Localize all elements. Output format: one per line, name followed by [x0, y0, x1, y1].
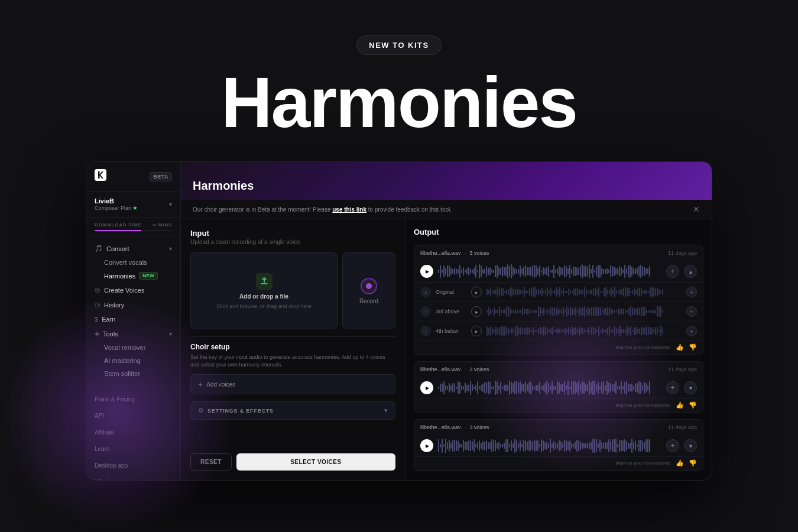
- output-time-2: 11 days ago: [668, 366, 697, 372]
- improve-thumbup-1[interactable]: 👍: [676, 343, 684, 351]
- output-item-3-header: lilbethe...ella.wav › 3 voices 11 days a…: [414, 420, 703, 435]
- improve-thumbup-2[interactable]: 👍: [676, 401, 684, 409]
- output-voices-1: 3 voices: [469, 250, 489, 256]
- improve-thumbdown-2[interactable]: 👎: [689, 401, 697, 409]
- upload-dropzone[interactable]: Add or drop a file Click and browse, or …: [190, 252, 338, 329]
- main-add-button-3[interactable]: +: [666, 439, 679, 452]
- output-filename-1: lilbethe...ella.wav: [420, 250, 461, 256]
- play-triangle-icon4: ▶: [426, 385, 429, 391]
- sidebar-bottom: Plans & Pricing API Affiliate Learn Desk…: [86, 385, 180, 480]
- sidebar-item-desktop-app[interactable]: Desktop app: [86, 456, 180, 473]
- collapse-button-3[interactable]: ▾: [684, 439, 697, 452]
- sidebar-item-api[interactable]: API: [86, 407, 180, 423]
- output-filename-2: lilbethe...ella.wav: [420, 366, 461, 372]
- output-panel: Output lilbethe...ella.wav › 3 voices 11…: [406, 219, 712, 480]
- tools-label: Tools: [103, 330, 118, 338]
- sidebar-item-ai-mastering[interactable]: AI mastering: [86, 354, 180, 367]
- sidebar-item-learn[interactable]: Learn: [86, 440, 180, 456]
- play-triangle-icon: ▶: [426, 269, 429, 274]
- sub-add-4th-below[interactable]: +: [686, 326, 697, 336]
- sidebar-nav: 🎵 Convert ▾ Convert vocals Harmonies NEW…: [86, 236, 180, 385]
- learn-label: Learn: [95, 446, 110, 452]
- ai-mastering-label: AI mastering: [104, 357, 141, 364]
- create-voices-label: Create Voices: [104, 287, 144, 294]
- sub-track-original: ♪ Original ▶ +: [414, 283, 703, 302]
- app-header: Harmonies: [181, 162, 712, 200]
- original-label: Original: [436, 289, 466, 295]
- output-time-1: 11 days ago: [668, 250, 697, 256]
- main-add-button-2[interactable]: +: [666, 381, 679, 394]
- affiliate-label: Affiliate: [95, 429, 114, 436]
- improve-row-3: Improve your conversions: 👍 👎: [414, 456, 703, 471]
- new-tag: NEW: [139, 272, 158, 280]
- user-plan: Composer Plan ★: [95, 205, 138, 211]
- output-item-1-header: lilbethe...ella.wav › 3 voices 11 days a…: [414, 245, 703, 261]
- sidebar-item-history[interactable]: ◷ History: [86, 297, 180, 312]
- input-panel-subtitle: Upload a clean recording of a single voi…: [190, 239, 395, 245]
- improve-row-1: Improve your conversions: 👍 👎: [414, 340, 703, 355]
- sub-play-original[interactable]: ▶: [471, 287, 482, 297]
- sub-play-3rd-above[interactable]: ▶: [471, 306, 482, 317]
- user-name: LivieB: [95, 197, 138, 205]
- sidebar-item-affiliate[interactable]: Affiliate: [86, 423, 180, 440]
- sub-tracks-1: ♪ Original ▶ + ↑ 3rd a: [414, 282, 703, 340]
- app-header-title: Harmonies: [193, 179, 254, 193]
- upload-main-text: Add or drop a file: [239, 293, 288, 300]
- improve-thumbdown-1[interactable]: 👎: [689, 343, 697, 351]
- output-main-track-2: ▶ + ▾: [414, 377, 703, 398]
- settings-effects-row[interactable]: ⚙ SETTINGS & EFFECTS ▾: [190, 401, 395, 420]
- record-button[interactable]: [361, 278, 377, 294]
- sub-add-3rd-above[interactable]: +: [686, 306, 697, 317]
- record-dot-icon: [366, 283, 372, 289]
- harmonies-label: Harmonies: [104, 273, 135, 280]
- sidebar-header: BETA: [86, 169, 180, 192]
- user-section[interactable]: LivieB Composer Plan ★ ▾: [86, 192, 180, 218]
- collapse-button-2[interactable]: ▾: [684, 381, 697, 394]
- sidebar-item-vocal-remover[interactable]: Vocal remover: [86, 341, 180, 354]
- hero-title: Harmonies: [221, 67, 577, 138]
- sidebar-item-plans[interactable]: Plans & Pricing: [86, 390, 180, 407]
- sidebar-item-whats-new[interactable]: What's new: [86, 473, 180, 480]
- output-voices-2: 3 voices: [469, 366, 489, 372]
- select-voices-button[interactable]: SELECT VOICES: [236, 453, 395, 471]
- convert-vocals-label: Convert vocals: [104, 259, 147, 266]
- output-dot-1: ›: [465, 251, 466, 256]
- beta-badge: BETA: [150, 172, 172, 181]
- main-play-button-2[interactable]: ▶: [420, 381, 433, 394]
- collapse-button-1[interactable]: ▴: [684, 265, 697, 278]
- main-play-button-1[interactable]: ▶: [420, 265, 433, 278]
- sidebar-item-stem-splitter[interactable]: Stem splitter: [86, 367, 180, 380]
- choir-setup-desc: Set the key of your input audio to gener…: [190, 353, 395, 368]
- reset-button[interactable]: RESET: [190, 453, 232, 471]
- app-window: BETA LivieB Composer Plan ★ ▾ DOWNLOAD T…: [86, 161, 712, 481]
- improve-thumbdown-3[interactable]: 👎: [689, 459, 697, 467]
- 4th-below-label: 4th below: [436, 328, 466, 334]
- sidebar-item-tools[interactable]: ◈ Tools ▾: [86, 326, 180, 341]
- whats-new-label: What's new: [95, 479, 125, 480]
- history-icon: ◷: [95, 301, 100, 309]
- main-play-button-3[interactable]: ▶: [420, 439, 433, 452]
- record-box[interactable]: Record: [342, 252, 395, 329]
- sidebar-item-create-voices[interactable]: ◎ Create Voices: [86, 283, 180, 297]
- sub-add-original[interactable]: +: [686, 287, 697, 297]
- settings-chevron-icon: ▾: [384, 407, 388, 414]
- sidebar-item-harmonies[interactable]: Harmonies NEW: [86, 269, 180, 283]
- improve-thumbup-3[interactable]: 👍: [676, 459, 684, 467]
- sub-play-4th-below[interactable]: ▶: [471, 326, 482, 336]
- sidebar-item-convert[interactable]: 🎵 Convert ▾: [86, 241, 180, 256]
- main-content: Harmonies Our choir generator is in Beta…: [181, 162, 712, 480]
- sub-play-triangle-icon3: ▶: [475, 329, 478, 333]
- main-add-button-1[interactable]: +: [666, 265, 679, 278]
- download-bar-fill: [95, 230, 141, 231]
- sidebar-item-convert-vocals[interactable]: Convert vocals: [86, 256, 180, 269]
- convert-chevron-icon: ▾: [169, 245, 172, 252]
- settings-gear-icon: ⚙: [198, 407, 204, 414]
- plus-icon: +: [198, 379, 203, 389]
- alert-text: Our choir generator is in Beta at the mo…: [193, 206, 452, 213]
- alert-close-button[interactable]: ✕: [693, 205, 700, 214]
- alert-link[interactable]: use this link: [332, 206, 366, 213]
- sidebar-item-earn[interactable]: $ Earn: [86, 312, 180, 326]
- output-filename-3: lilbethe...ella.wav: [420, 424, 461, 430]
- output-main-track-1: ▶ + ▴: [414, 261, 703, 282]
- add-voices-button[interactable]: + Add voices: [190, 374, 395, 394]
